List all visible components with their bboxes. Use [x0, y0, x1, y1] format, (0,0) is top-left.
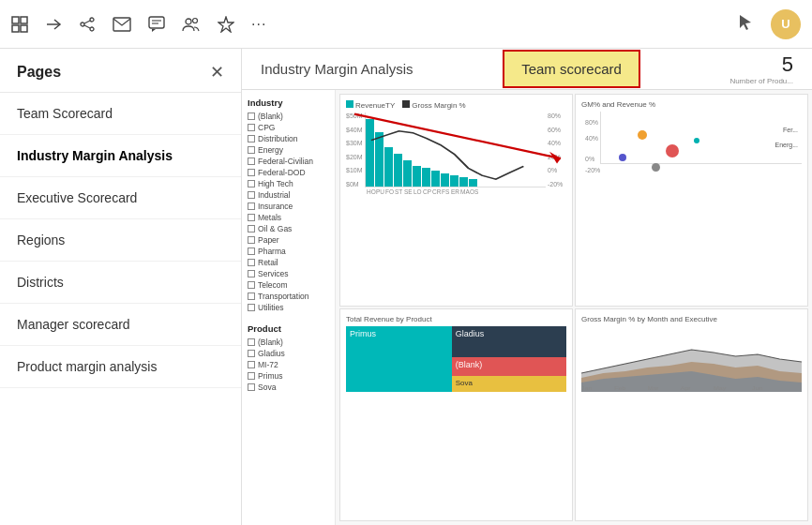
- industry-item-telecom[interactable]: Telecom: [248, 280, 329, 290]
- product-item-sova[interactable]: Sova: [248, 382, 329, 392]
- industry-item-blank[interactable]: (Blank): [248, 112, 329, 121]
- industry-item-energy[interactable]: Energy: [248, 145, 329, 155]
- treemap: Primus Gladius (Blank) Sova: [346, 326, 566, 392]
- sidebar-item-product-margin[interactable]: Product margin analysis: [0, 346, 241, 388]
- svg-rect-1: [21, 17, 27, 23]
- industry-item-pharma[interactable]: Pharma: [248, 247, 329, 256]
- industry-item-retail[interactable]: Retail: [248, 258, 329, 267]
- industry-label: Industry: [248, 98, 329, 108]
- scatter-dot: [694, 138, 699, 143]
- arrow-right-icon[interactable]: [45, 16, 62, 33]
- charts-area: Industry (Blank) CPG Distribution Energy…: [242, 90, 812, 525]
- team-scorecard-box[interactable]: Team scorecard: [503, 50, 640, 88]
- treemap-primus: Primus: [346, 326, 452, 392]
- svg-rect-11: [149, 17, 164, 28]
- svg-point-5: [90, 18, 94, 22]
- svg-line-9: [84, 25, 90, 28]
- grid-icon[interactable]: [11, 16, 28, 33]
- svg-point-6: [81, 22, 84, 26]
- sidebar-header: Pages ✕: [0, 49, 241, 93]
- sidebar: Pages ✕ Team Scorecard Industry Margin A…: [0, 49, 242, 525]
- svg-text:Jan: Jan: [581, 385, 593, 391]
- area-chart-svg: Jan Feb Mar Apr May Jun: [581, 326, 802, 392]
- industry-item-util[interactable]: Utilities: [248, 303, 329, 312]
- industry-item-insurance[interactable]: Insurance: [248, 202, 329, 211]
- sidebar-item-team-scorecard[interactable]: Team Scorecard: [0, 93, 241, 135]
- sidebar-item-districts[interactable]: Districts: [0, 262, 241, 304]
- product-item-gladius[interactable]: Gladius: [248, 349, 329, 358]
- sidebar-item-label: Industry Margin Analysis: [17, 148, 173, 163]
- product-item-blank[interactable]: (Blank): [248, 338, 329, 347]
- treemap-gladius: Gladius: [452, 326, 566, 357]
- main-layout: Pages ✕ Team Scorecard Industry Margin A…: [0, 49, 812, 525]
- sidebar-item-label: Regions: [17, 232, 65, 248]
- svg-point-7: [90, 27, 94, 31]
- industry-item-fed-dod[interactable]: Federal-DOD: [248, 168, 329, 177]
- avatar: U: [771, 9, 801, 39]
- bar-line-chart: RevenueTY Gross Margin % $50M$40M$30M$20…: [339, 94, 573, 307]
- dashboard-number: 5 Number of Produ...: [729, 52, 793, 85]
- chart2-title: GM% and Revenue %: [581, 100, 802, 109]
- svg-rect-3: [21, 25, 27, 32]
- svg-marker-16: [218, 17, 233, 32]
- svg-point-15: [193, 18, 198, 22]
- sidebar-item-label: Districts: [17, 275, 64, 290]
- product-label: Product: [248, 323, 329, 334]
- teams-icon[interactable]: [182, 16, 201, 33]
- industry-item-paper[interactable]: Paper: [248, 235, 329, 245]
- industry-item-industrial[interactable]: Industrial: [248, 190, 329, 200]
- sidebar-item-label: Product margin analysis: [17, 359, 157, 374]
- comment-icon[interactable]: [148, 16, 165, 33]
- sidebar-title: Pages: [17, 64, 61, 81]
- dashboard-page-title: Industry Margin Analysis: [261, 61, 414, 77]
- sidebar-item-industry-margin[interactable]: Industry Margin Analysis: [0, 135, 241, 177]
- sidebar-item-manager-scorecard[interactable]: Manager scorecard: [0, 304, 241, 346]
- share-icon[interactable]: [79, 16, 96, 33]
- chart4-title: Gross Margin % by Month and Executive: [581, 315, 802, 323]
- scatter-chart: GM% and Revenue % Fer... Energ...: [575, 94, 808, 307]
- svg-text:Jun: Jun: [752, 385, 763, 391]
- product-item-mi72[interactable]: MI-72: [248, 360, 329, 369]
- content-area: Industry Margin Analysis Team scorecard …: [242, 49, 812, 525]
- product-item-primus[interactable]: Primus: [248, 371, 329, 381]
- scatter-dot: [619, 154, 626, 161]
- svg-rect-2: [12, 25, 19, 32]
- email-icon[interactable]: [113, 17, 131, 32]
- sidebar-item-regions[interactable]: Regions: [0, 219, 241, 262]
- sidebar-close-button[interactable]: ✕: [210, 64, 224, 81]
- left-panel: Industry (Blank) CPG Distribution Energy…: [242, 90, 336, 525]
- industry-item-trans[interactable]: Transportation: [248, 292, 329, 301]
- scatter-area: Fer... Energ... 80% 40% 0% -20%: [581, 112, 802, 177]
- scatter-dot: [652, 163, 660, 172]
- sidebar-items: Team Scorecard Industry Margin Analysis …: [0, 93, 241, 525]
- sidebar-item-label: Team Scorecard: [17, 106, 113, 121]
- chart1-title: RevenueTY Gross Margin %: [346, 100, 566, 110]
- sidebar-item-label: Manager scorecard: [17, 317, 130, 332]
- svg-text:May: May: [714, 385, 727, 392]
- industry-item-dist[interactable]: Distribution: [248, 134, 329, 143]
- star-icon[interactable]: [218, 16, 234, 33]
- dashboard-header: Industry Margin Analysis Team scorecard …: [242, 49, 812, 90]
- industry-item-cpg[interactable]: CPG: [248, 123, 329, 132]
- svg-text:Mar: Mar: [648, 385, 660, 391]
- sidebar-item-executive-scorecard[interactable]: Executive Scorecard: [0, 177, 241, 219]
- area-chart: Gross Margin % by Month and Executive Ja…: [575, 308, 808, 521]
- more-icon[interactable]: ···: [251, 16, 266, 33]
- kpi-sublabel: Number of Produ...: [729, 77, 793, 85]
- svg-rect-10: [113, 18, 130, 31]
- industry-item-hightech[interactable]: High Tech: [248, 179, 329, 188]
- industry-item-oilgas[interactable]: Oil & Gas: [248, 224, 329, 233]
- svg-marker-17: [740, 15, 751, 30]
- svg-line-8: [84, 21, 90, 23]
- cursor-icon: [737, 14, 754, 35]
- industry-item-fed-civ[interactable]: Federal-Civilian: [248, 157, 329, 166]
- charts-grid: RevenueTY Gross Margin % $50M$40M$30M$20…: [336, 90, 812, 525]
- scatter-dot: [638, 130, 647, 140]
- industry-item-metals[interactable]: Metals: [248, 213, 329, 222]
- kpi-number: 5: [729, 52, 793, 77]
- toolbar: ··· U: [0, 0, 812, 49]
- treemap-chart: Total Revenue by Product Primus Gladius …: [339, 308, 573, 521]
- sidebar-item-label: Executive Scorecard: [17, 190, 137, 205]
- svg-text:Feb: Feb: [614, 385, 626, 391]
- industry-item-services[interactable]: Services: [248, 269, 329, 278]
